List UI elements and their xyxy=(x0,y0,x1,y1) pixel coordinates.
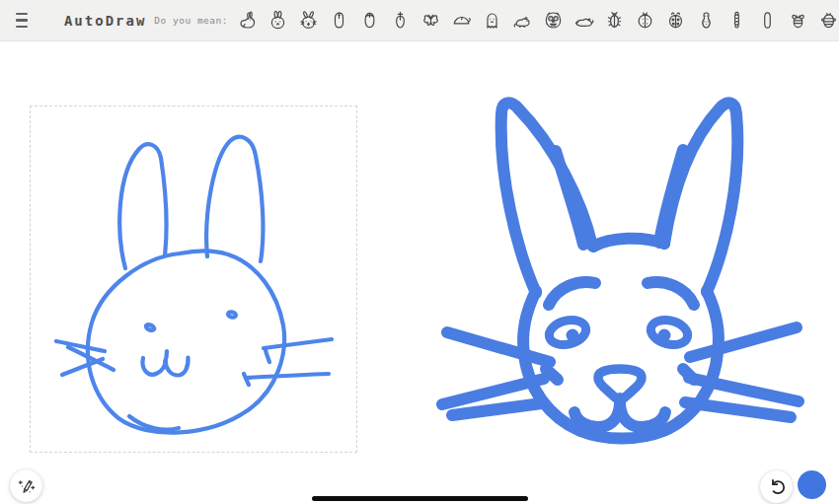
computer-mouse-icon xyxy=(329,10,349,31)
beetle-icon xyxy=(604,10,625,31)
suggestion-ghost[interactable] xyxy=(482,10,502,31)
rabbit-face-icon xyxy=(267,10,288,31)
pill-icon xyxy=(757,10,778,31)
sketch-head xyxy=(88,252,284,433)
topbar: AutoDraw Do you mean: xyxy=(0,0,839,41)
ladybug-icon xyxy=(635,10,655,31)
computer-mouse-side-icon xyxy=(451,10,472,31)
hamburger-icon xyxy=(16,13,28,15)
suggestion-rabbit-face-2[interactable] xyxy=(298,10,319,31)
butterfly-icon xyxy=(420,10,441,31)
owl-icon xyxy=(543,10,564,31)
suggestion-computer-mouse-side[interactable] xyxy=(451,10,472,31)
rabbit-face-2-icon xyxy=(298,10,319,31)
home-indicator xyxy=(312,496,528,501)
suggestion-rabbit-face[interactable] xyxy=(267,10,288,31)
magic-pencil-icon xyxy=(16,475,37,496)
ladybug-2-icon xyxy=(665,10,686,31)
draw-tool-button[interactable] xyxy=(10,469,42,502)
undo-button[interactable] xyxy=(760,470,793,503)
suggestion-computer-mouse-3[interactable] xyxy=(390,10,411,31)
bee-icon xyxy=(788,10,808,31)
autodraw-rabbit xyxy=(434,89,809,468)
suggestion-bee[interactable] xyxy=(788,10,808,31)
suggestion-rabbit[interactable] xyxy=(237,10,258,31)
suggestion-strip xyxy=(237,10,839,31)
suggestion-bee-2[interactable] xyxy=(818,10,839,31)
rabbit-icon xyxy=(237,10,258,31)
app-title: AutoDraw xyxy=(64,13,146,29)
color-swatch-button[interactable] xyxy=(798,470,826,499)
computer-mouse-2-icon xyxy=(359,10,380,31)
suggestion-owl[interactable] xyxy=(543,10,564,31)
suggestion-peanut[interactable] xyxy=(696,10,717,31)
rat-2-icon xyxy=(573,10,594,31)
sketch-mouth xyxy=(143,351,189,376)
suggestion-computer-mouse[interactable] xyxy=(329,10,349,31)
user-sketch-rabbit xyxy=(30,106,355,451)
suggestion-pill[interactable] xyxy=(757,10,778,31)
suggestion-rat[interactable] xyxy=(512,10,533,31)
caterpillar-icon xyxy=(726,10,747,31)
suggest-label: Do you mean: xyxy=(154,15,228,26)
computer-mouse-3-icon xyxy=(390,10,411,31)
autodraw-app: AutoDraw Do you mean: xyxy=(0,0,839,504)
result-nose-mouth xyxy=(574,369,665,427)
sketch-ears xyxy=(119,137,263,268)
suggestion-rat-2[interactable] xyxy=(573,10,594,31)
suggestion-beetle[interactable] xyxy=(604,10,625,31)
drawing-canvas[interactable] xyxy=(0,41,839,504)
suggestion-ladybug-2[interactable] xyxy=(665,10,686,31)
undo-icon xyxy=(767,477,787,497)
peanut-icon xyxy=(696,10,717,31)
menu-button[interactable] xyxy=(16,13,28,29)
result-brows xyxy=(549,282,694,305)
result-eyes xyxy=(547,317,691,348)
result-head-outline xyxy=(501,103,738,438)
ghost-icon xyxy=(482,10,502,31)
suggestion-ladybug[interactable] xyxy=(635,10,655,31)
suggestion-computer-mouse-2[interactable] xyxy=(359,10,380,31)
suggestion-caterpillar[interactable] xyxy=(726,10,747,31)
rat-icon xyxy=(512,10,533,31)
sketch-whiskers xyxy=(56,339,332,385)
sketch-eyes xyxy=(145,312,237,332)
bee-2-icon xyxy=(818,10,839,31)
suggestion-butterfly[interactable] xyxy=(420,10,441,31)
